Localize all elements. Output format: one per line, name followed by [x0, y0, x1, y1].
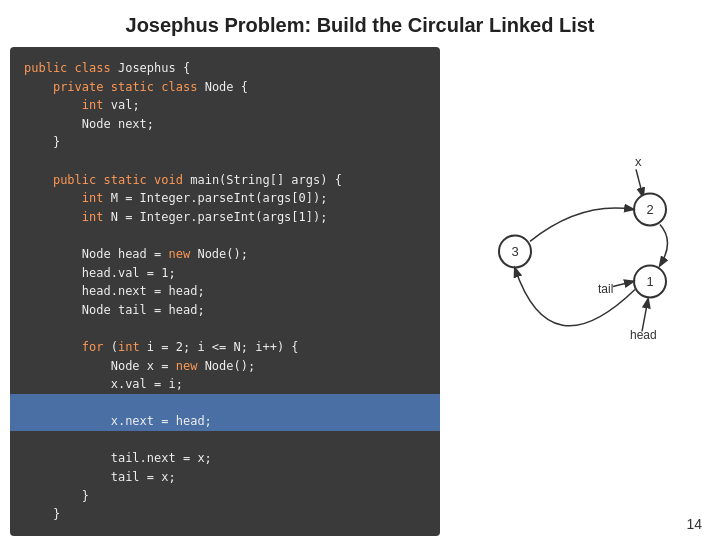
svg-line-4 [613, 281, 633, 286]
code-panel: public class Josephus { private static c… [10, 47, 440, 536]
diagram-panel: x 2 1 3 tail head [450, 47, 700, 536]
svg-line-5 [642, 299, 648, 331]
node3-label: 3 [511, 244, 518, 259]
tail-label: tail [598, 282, 613, 296]
page-title: Josephus Problem: Build the Circular Lin… [0, 0, 720, 47]
node2-label: 2 [646, 202, 653, 217]
svg-line-0 [636, 169, 643, 196]
x-label: x [635, 154, 642, 169]
head-label: head [630, 328, 657, 342]
node1-label: 1 [646, 274, 653, 289]
slide-number: 14 [686, 516, 702, 532]
